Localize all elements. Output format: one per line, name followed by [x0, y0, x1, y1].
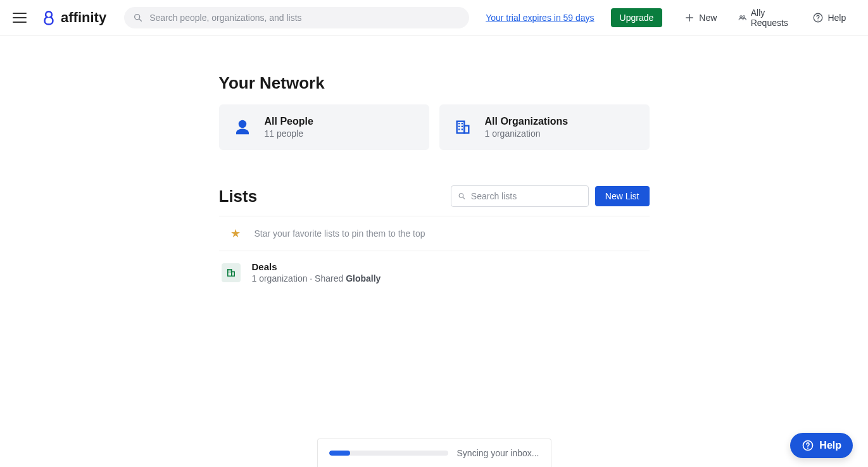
plus-icon — [684, 12, 695, 23]
svg-rect-22 — [229, 271, 229, 272]
sync-status-bar: Syncing your inbox... — [317, 439, 551, 467]
list-icon — [222, 263, 241, 282]
new-label: New — [699, 13, 717, 23]
lists-heading: Lists — [219, 187, 258, 206]
trial-notice[interactable]: Your trial expires in 59 days — [486, 13, 594, 23]
svg-rect-20 — [229, 270, 229, 271]
svg-line-17 — [463, 197, 465, 199]
new-list-button[interactable]: New List — [595, 186, 650, 206]
svg-point-7 — [818, 20, 819, 21]
svg-rect-19 — [231, 271, 234, 276]
building-icon — [452, 116, 474, 138]
network-cards-row: All People 11 people All Organizations — [219, 104, 650, 150]
svg-rect-8 — [456, 121, 464, 134]
ally-requests-label: Ally Requests — [751, 8, 791, 28]
global-search-input[interactable] — [149, 13, 460, 23]
star-hint-text: Star your favorite lists to pin them to … — [255, 228, 425, 239]
svg-rect-23 — [230, 271, 230, 272]
person-icon — [232, 116, 253, 138]
all-organizations-card[interactable]: All Organizations 1 organization — [439, 104, 650, 150]
svg-rect-18 — [227, 269, 231, 276]
list-subtitle: 1 organization · Shared Globally — [252, 273, 381, 283]
brand-name: affinity — [61, 9, 106, 26]
star-icon: ★ — [230, 227, 241, 240]
list-row-deals[interactable]: Deals 1 organization · Shared Globally — [219, 251, 650, 294]
help-icon — [802, 439, 814, 452]
all-people-subtitle: 11 people — [265, 128, 313, 139]
help-button[interactable]: Help — [812, 12, 846, 23]
search-lists-input[interactable] — [471, 191, 582, 201]
new-button[interactable]: New — [684, 12, 717, 23]
main-content: Your Network All People 11 people — [219, 73, 650, 294]
svg-rect-14 — [458, 128, 460, 130]
upgrade-button[interactable]: Upgrade — [611, 8, 663, 27]
svg-line-1 — [139, 19, 141, 21]
sync-progress — [329, 451, 448, 456]
help-label: Help — [827, 13, 846, 23]
svg-rect-13 — [461, 126, 462, 127]
help-fab-label: Help — [819, 440, 841, 451]
global-search[interactable] — [124, 7, 469, 28]
svg-point-0 — [135, 14, 140, 19]
svg-point-16 — [459, 194, 463, 198]
search-icon — [458, 191, 466, 201]
brand-logo[interactable]: affinity — [41, 9, 106, 26]
sync-status-text: Syncing your inbox... — [457, 448, 539, 458]
app-header: affinity Your trial expires in 59 days U… — [0, 0, 868, 35]
svg-rect-11 — [461, 123, 462, 124]
svg-rect-21 — [230, 270, 230, 271]
all-organizations-title: All Organizations — [485, 116, 569, 127]
help-fab[interactable]: Help — [790, 433, 853, 458]
people-icon — [738, 12, 746, 23]
search-icon — [133, 13, 143, 23]
svg-rect-9 — [464, 126, 469, 134]
search-lists[interactable] — [451, 185, 589, 207]
svg-rect-12 — [458, 126, 460, 127]
ally-requests-button[interactable]: Ally Requests — [738, 8, 791, 28]
menu-icon[interactable] — [13, 10, 27, 25]
network-heading: Your Network — [219, 73, 650, 93]
all-people-card[interactable]: All People 11 people — [219, 104, 429, 150]
svg-rect-10 — [458, 123, 460, 124]
affinity-logo-icon — [41, 9, 57, 26]
svg-rect-15 — [461, 128, 462, 130]
svg-point-5 — [743, 15, 745, 17]
help-icon — [812, 12, 824, 23]
svg-point-25 — [807, 447, 808, 449]
lists-header: Lists New List — [219, 185, 650, 207]
list-title: Deals — [252, 261, 381, 272]
svg-point-4 — [740, 15, 742, 17]
all-people-title: All People — [265, 116, 313, 127]
all-organizations-subtitle: 1 organization — [485, 128, 569, 139]
star-hint-row: ★ Star your favorite lists to pin them t… — [219, 216, 650, 251]
